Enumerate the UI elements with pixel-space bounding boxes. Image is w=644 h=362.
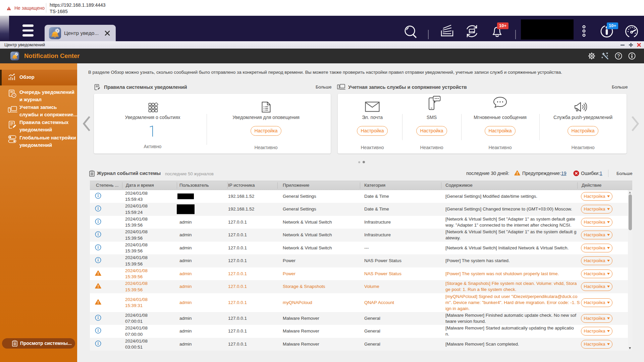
svg-text:?: ? bbox=[617, 53, 620, 59]
